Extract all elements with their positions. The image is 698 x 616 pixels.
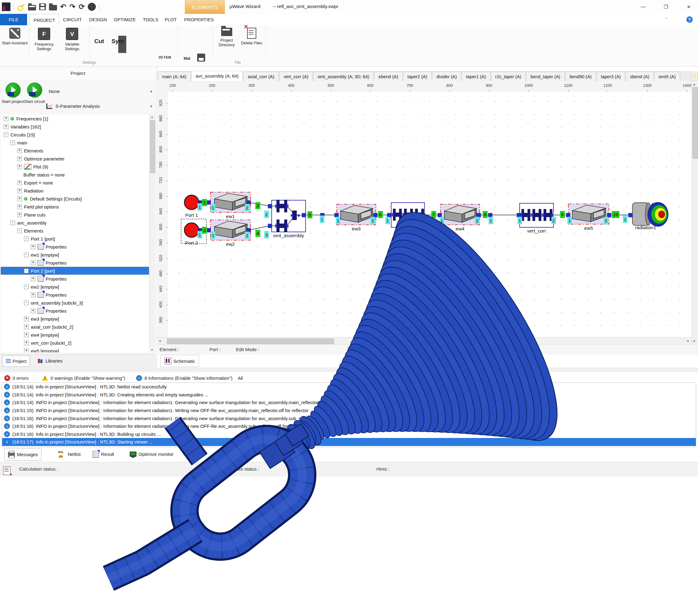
connection-node[interactable] — [373, 213, 377, 217]
ribbon-tab-circuit[interactable]: CIRCUIT — [61, 14, 84, 25]
expand-icon[interactable]: + — [17, 165, 22, 169]
canvas-hscrollbar[interactable]: ◂ ▸ — [156, 337, 692, 345]
scroll-left-icon[interactable]: ◂ — [159, 339, 161, 343]
folder-icon[interactable] — [49, 5, 57, 11]
schematic-element-ew2[interactable]: ew2 — [210, 220, 250, 247]
collapse-icon[interactable]: - — [4, 132, 8, 137]
circuit-tab-vert-corr-a[interactable]: vert_corr (A) — [279, 72, 313, 81]
connection-node[interactable] — [438, 213, 442, 217]
project-directory-button[interactable]: Project Directory — [215, 27, 238, 60]
ribbon-tab-file[interactable]: FILE — [0, 14, 27, 25]
message-row[interactable]: i(18:51:16)Info in project [StructureVie… — [2, 430, 696, 438]
tree-item-field-plot-options[interactable]: +Field plot options — [1, 203, 149, 211]
connection-node[interactable] — [566, 213, 570, 217]
save-dim-icon[interactable] — [197, 54, 205, 61]
circuit-tab-sbend-a[interactable]: sbend (A) — [626, 72, 654, 81]
expand-icon[interactable]: + — [24, 341, 29, 345]
tree-item-ew3-emptyw[interactable]: +ew3 [emptyw] — [1, 315, 149, 323]
infos-filter[interactable]: i 8 informations (Enable "Show informati… — [136, 374, 233, 382]
scroll-right-icon[interactable]: ▸ — [687, 339, 689, 343]
message-list[interactable]: i(18:51:14)Info in project [StructureVie… — [2, 382, 696, 447]
message-row[interactable]: i(18:51:16)INFO in project [StructureVie… — [2, 414, 696, 422]
connection-node[interactable] — [477, 213, 481, 217]
tree-item-ew4-emptyw[interactable]: +ew4 [emptyw] — [1, 331, 149, 339]
tree-item-axial-corr-subckt-2[interactable]: +axial_corr [subckt_2] — [1, 323, 149, 331]
expand-icon[interactable]: + — [17, 188, 22, 193]
schematic-element-radiation1[interactable]: radiation1 — [632, 202, 668, 230]
panel-tab-libraries[interactable]: Libraries — [35, 355, 66, 366]
circuit-tab-omt-assembly-a-3d-64[interactable]: omt_assembly (A; 3D; 64) — [313, 72, 374, 81]
message-row[interactable]: i(18:51:16)INFO in project [StructureVie… — [2, 422, 696, 430]
maximize-button[interactable]: ❐ — [659, 2, 673, 12]
tree-item-port-1-port[interactable]: -Port 1 [port] — [1, 235, 149, 243]
expand-icon[interactable]: + — [31, 309, 36, 313]
collapse-icon[interactable]: - — [11, 221, 15, 225]
tree-item-radiation[interactable]: +Radiation — [1, 187, 149, 195]
expand-icon[interactable]: + — [4, 124, 8, 129]
circuit-tab-divider-a[interactable]: divider (A) — [432, 72, 461, 81]
collapse-icon[interactable]: - — [24, 300, 29, 305]
connection-node[interactable] — [207, 200, 211, 205]
close-button[interactable]: ✕ — [682, 2, 696, 12]
bottom-tab-messages[interactable]: Messages — [4, 448, 42, 461]
license-key-icon[interactable] — [16, 3, 25, 11]
collapse-icon[interactable]: - — [24, 269, 29, 273]
expand-icon[interactable]: + — [24, 349, 29, 353]
circuit-tab-bend-taper-a[interactable]: bend_taper (A) — [526, 72, 564, 81]
schematic-canvas[interactable]: ew1ew2ew3ew4ew5omt_assemblyaxial_corrver… — [168, 92, 692, 337]
message-row[interactable]: i(18:51:14)Info in project [StructureVie… — [2, 383, 696, 391]
connection-node[interactable] — [335, 213, 338, 217]
collapse-icon[interactable]: - — [24, 284, 29, 289]
tree-item-buffer-status-none[interactable]: Buffer status = none — [1, 171, 149, 179]
connection-node[interactable] — [268, 224, 272, 228]
message-row[interactable]: i(18:51:14)Info in project [StructureVie… — [2, 391, 696, 399]
mat-button[interactable]: Mat — [180, 57, 194, 60]
help-icon[interactable]: ? — [686, 16, 693, 23]
cut-button[interactable]: Cut — [90, 27, 108, 72]
connection-node[interactable] — [207, 228, 211, 232]
schematic-element-ew1[interactable]: ew1 — [210, 192, 250, 219]
panel-tab-project[interactable]: Project — [2, 355, 30, 367]
connection-node[interactable] — [628, 213, 632, 217]
expand-icon[interactable]: + — [24, 333, 29, 337]
ribbon-tab-optimize[interactable]: OPTIMIZE — [112, 14, 138, 25]
expand-icon[interactable]: + — [17, 149, 22, 153]
chevron-down-icon[interactable]: ▼ — [150, 105, 153, 108]
errors-filter[interactable]: ✕ 0 errors — [4, 374, 29, 382]
circuit-tab-taper1-a[interactable]: taper1 (A) — [462, 72, 490, 81]
tree-item-frequencies-1[interactable]: +Frequencies [1] — [1, 115, 149, 123]
tree-item-properties[interactable]: +Properties — [1, 243, 149, 251]
connection-node[interactable] — [387, 213, 391, 217]
expand-icon[interactable]: + — [17, 205, 22, 209]
scroll-down-icon[interactable]: ▼ — [151, 348, 153, 351]
expand-icon[interactable]: + — [17, 212, 22, 217]
scrollbar-thumb[interactable] — [693, 87, 698, 159]
save-icon[interactable] — [39, 3, 46, 10]
wire[interactable] — [249, 226, 270, 230]
tree-item-elements[interactable]: +Elements — [1, 146, 149, 155]
tree-item-plane-cuts[interactable]: +Plane cuts — [1, 211, 149, 219]
expand-icon[interactable]: + — [31, 277, 36, 281]
fem-2d-button[interactable]: 2D FEM — [158, 55, 172, 59]
schematic-element-ew5[interactable]: ew5 — [568, 204, 609, 231]
connection-node[interactable] — [302, 213, 306, 217]
collapse-icon[interactable]: - — [24, 253, 29, 257]
circuit-tab-taper2-a[interactable]: taper2 (A) — [403, 72, 432, 81]
connection-node[interactable] — [268, 204, 272, 208]
chevron-down-icon[interactable]: ▼ — [150, 90, 153, 93]
expand-icon[interactable]: + — [17, 196, 22, 201]
connection-node[interactable] — [517, 213, 521, 217]
all-filter[interactable]: All — [238, 374, 243, 382]
schematic-element-ew4[interactable]: ew4 — [441, 204, 479, 231]
start-project-button[interactable] — [5, 83, 20, 98]
collapse-icon[interactable]: - — [17, 228, 22, 233]
tree-item-elements[interactable]: -Elements — [1, 227, 149, 235]
abort-icon[interactable] — [88, 3, 96, 11]
tab-overflow-icon[interactable]: ♡ — [691, 72, 698, 81]
scrollbar-thumb[interactable] — [150, 120, 155, 173]
circuit-tab-bend90-a[interactable]: bend90 (A) — [565, 72, 596, 81]
schematic-element-vert_corr[interactable]: vert_corr — [520, 203, 554, 234]
circuit-tab-r2c-taper-a[interactable]: r2c_taper (A) — [491, 72, 526, 81]
tree-item-ew2-emptyw[interactable]: -ew2 [emptyw] — [1, 283, 149, 291]
expand-icon[interactable]: + — [17, 181, 22, 185]
